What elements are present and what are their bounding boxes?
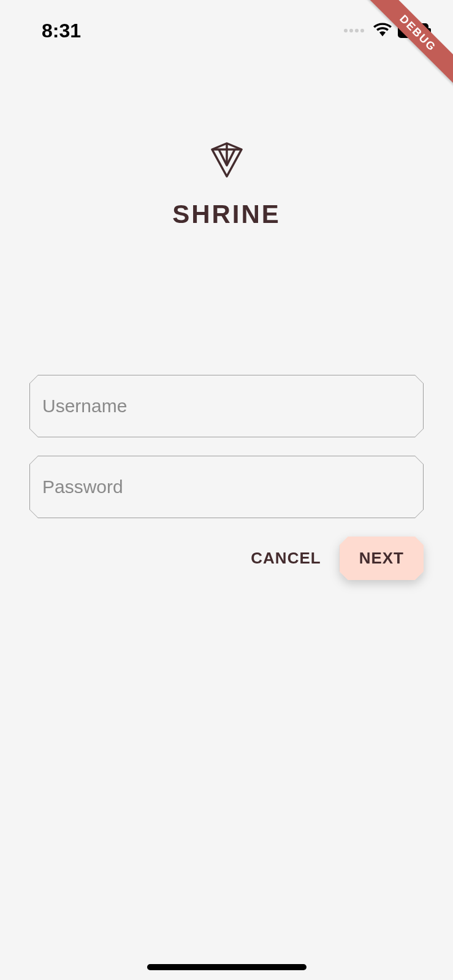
app-title: SHRINE — [172, 200, 281, 229]
logo-section: SHRINE — [29, 141, 424, 229]
next-button[interactable]: NEXT — [340, 537, 424, 580]
button-row: CANCEL NEXT — [29, 537, 424, 580]
login-form: CANCEL NEXT — [29, 375, 424, 580]
username-input[interactable] — [42, 396, 411, 417]
diamond-icon — [208, 141, 245, 181]
home-indicator[interactable] — [147, 964, 306, 970]
username-field-border — [29, 375, 424, 437]
signal-dots-icon — [344, 29, 364, 32]
wifi-icon — [373, 22, 392, 39]
cancel-button[interactable]: CANCEL — [245, 537, 327, 580]
password-input[interactable] — [42, 477, 411, 497]
password-field-border — [29, 456, 424, 518]
status-time: 8:31 — [42, 20, 81, 42]
